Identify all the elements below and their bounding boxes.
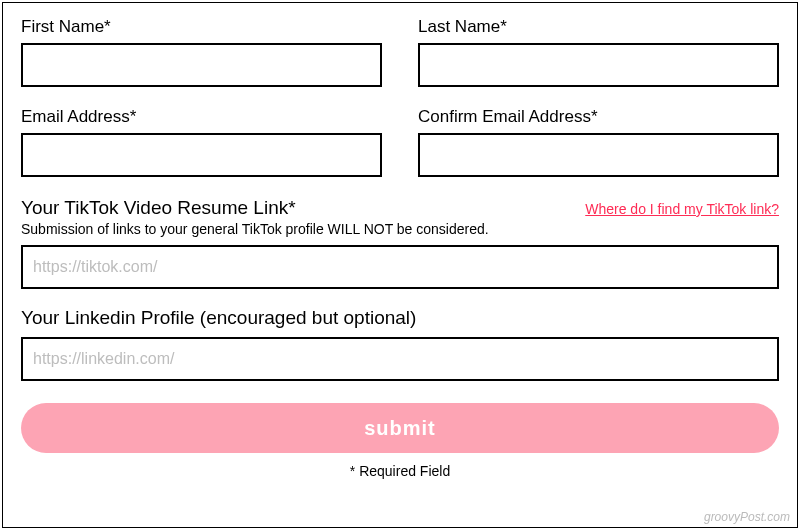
first-name-input[interactable]: [21, 43, 382, 87]
last-name-label: Last Name*: [418, 17, 779, 37]
first-name-label: First Name*: [21, 17, 382, 37]
email-label: Email Address*: [21, 107, 382, 127]
form-container: First Name* Last Name* Email Address* Co…: [2, 2, 798, 528]
tiktok-help-link[interactable]: Where do I find my TikTok link?: [585, 201, 779, 217]
confirm-email-label: Confirm Email Address*: [418, 107, 779, 127]
first-name-field: First Name*: [21, 17, 382, 87]
confirm-email-input[interactable]: [418, 133, 779, 177]
linkedin-input[interactable]: [21, 337, 779, 381]
required-field-note: * Required Field: [21, 463, 779, 479]
confirm-email-field: Confirm Email Address*: [418, 107, 779, 177]
submit-button[interactable]: submit: [21, 403, 779, 453]
last-name-input[interactable]: [418, 43, 779, 87]
tiktok-input[interactable]: [21, 245, 779, 289]
email-row: Email Address* Confirm Email Address*: [21, 107, 779, 177]
linkedin-label: Your Linkedin Profile (encouraged but op…: [21, 307, 779, 329]
last-name-field: Last Name*: [418, 17, 779, 87]
tiktok-header: Your TikTok Video Resume Link* Where do …: [21, 197, 779, 219]
name-row: First Name* Last Name*: [21, 17, 779, 87]
email-input[interactable]: [21, 133, 382, 177]
tiktok-field: Your TikTok Video Resume Link* Where do …: [21, 197, 779, 289]
linkedin-field: Your Linkedin Profile (encouraged but op…: [21, 307, 779, 381]
email-field: Email Address*: [21, 107, 382, 177]
watermark: groovyPost.com: [704, 510, 790, 524]
tiktok-subtext: Submission of links to your general TikT…: [21, 221, 779, 237]
tiktok-label: Your TikTok Video Resume Link*: [21, 197, 296, 219]
